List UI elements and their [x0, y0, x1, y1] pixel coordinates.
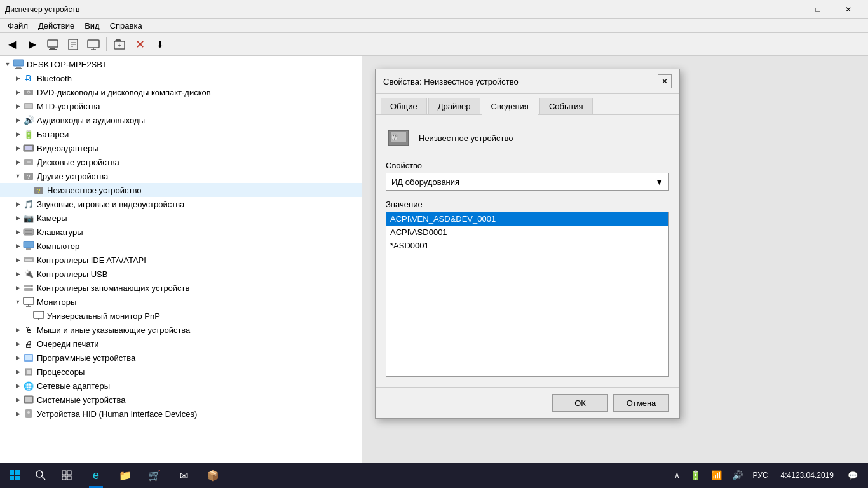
clock-time: 4:41 — [781, 470, 796, 481]
svg-rect-41 — [24, 297, 34, 304]
hid-label: Устройства HID (Human Interface Devices) — [37, 409, 197, 419]
taskbar-app6[interactable]: 📦 — [198, 463, 227, 488]
tab-general[interactable]: Общие — [381, 98, 427, 114]
tree-item-mouse[interactable]: ▶ 🖱 Мыши и иные указывающие устройства — [0, 323, 362, 337]
taskbar-store[interactable]: 🛒 — [140, 463, 169, 488]
ok-button[interactable]: ОК — [552, 394, 608, 412]
add-button[interactable]: + — [110, 36, 129, 53]
tab-events[interactable]: События — [539, 98, 593, 114]
properties-button[interactable] — [64, 36, 83, 53]
svg-point-39 — [31, 285, 32, 287]
bluetooth-label: Bluetooth — [37, 74, 72, 83]
tree-item-sound[interactable]: ▶ 🎵 Звуковые, игровые и видеоустройства — [0, 197, 362, 211]
tree-item-mtd[interactable]: ▶ MTD-устройства — [0, 99, 362, 113]
svg-text:?: ? — [37, 187, 40, 194]
tree-item-dvd[interactable]: ▶ DVD-дисководы и дисководы компакт-диск… — [0, 85, 362, 99]
tray-battery[interactable]: 🔋 — [686, 463, 705, 488]
back-button[interactable]: ◀ — [3, 36, 22, 53]
tree-item-camera[interactable]: ▶ 📷 Камеры — [0, 211, 362, 225]
cpu-icon — [23, 366, 34, 377]
svg-rect-15 — [15, 68, 22, 69]
taskbar-explorer[interactable]: 📁 — [111, 463, 140, 488]
clock[interactable]: 4:41 23.04.2019 — [775, 463, 840, 488]
tray-volume[interactable]: 🔊 — [728, 463, 747, 488]
svg-text:?: ? — [393, 134, 397, 141]
menu-file[interactable]: Файл — [3, 20, 33, 32]
usb-label: Контроллеры USB — [37, 269, 107, 279]
svg-rect-14 — [16, 67, 21, 68]
tab-details[interactable]: Сведения — [482, 98, 538, 115]
svg-rect-36 — [25, 259, 32, 261]
tree-item-pnp-monitor[interactable]: Универсальный монитор PnP — [0, 309, 362, 323]
tree-item-video[interactable]: ▶ Видеоадаптеры — [0, 141, 362, 155]
taskbar-mail[interactable]: ✉ — [169, 463, 198, 488]
tree-item-storage[interactable]: ▶ Контроллеры запоминающих устройств — [0, 281, 362, 295]
svg-point-40 — [31, 289, 32, 290]
storage-icon — [23, 282, 34, 294]
dialog-close-button[interactable]: ✕ — [658, 74, 672, 88]
search-button[interactable] — [29, 463, 52, 488]
tray-language[interactable]: РУС — [749, 463, 772, 488]
audio-icon: 🔊 — [23, 114, 34, 126]
tree-item-battery[interactable]: ▶ 🔋 Батареи — [0, 127, 362, 141]
property-value: ИД оборудования — [391, 177, 459, 187]
tree-item-unknown[interactable]: ? Неизвестное устройство — [0, 183, 362, 197]
menu-action[interactable]: Действие — [33, 20, 79, 32]
tree-item-computer[interactable]: ▶ Компьютер — [0, 239, 362, 253]
menu-view[interactable]: Вид — [79, 20, 105, 32]
system-tray: ∧ 🔋 📶 🔊 РУС 4:41 23.04.2019 💬 — [665, 463, 868, 488]
tree-item-keyboard[interactable]: ▶ Клавиатуры — [0, 225, 362, 239]
value-item-2[interactable]: *ASD0001 — [386, 239, 668, 252]
delete-button[interactable]: ✕ — [130, 36, 149, 53]
start-button[interactable] — [0, 463, 29, 488]
minimize-button[interactable]: — — [773, 0, 802, 19]
forward-button[interactable]: ▶ — [23, 36, 42, 53]
svg-rect-22 — [25, 146, 32, 150]
taskbar: e 📁 🛒 ✉ 📦 ∧ 🔋 📶 🔊 РУС 4:41 23.04.2019 💬 — [0, 463, 868, 488]
tree-item-usb[interactable]: ▶ 🔌 Контроллеры USB — [0, 267, 362, 281]
tree-item-hid[interactable]: ▶ Устройства HID (Human Interface Device… — [0, 407, 362, 421]
maximize-button[interactable]: □ — [803, 0, 832, 19]
property-dropdown[interactable]: ИД оборудования ▼ — [386, 173, 669, 191]
value-item-1[interactable]: ACPI\ASD0001 — [386, 226, 668, 239]
storage-label: Контроллеры запоминающих устройств — [37, 283, 189, 293]
close-button[interactable]: ✕ — [834, 0, 863, 19]
cancel-button[interactable]: Отмена — [613, 394, 669, 412]
svg-rect-58 — [10, 470, 14, 475]
taskbar-edge[interactable]: e — [81, 463, 111, 488]
video-label: Видеоадаптеры — [37, 144, 98, 153]
svg-rect-60 — [10, 476, 14, 480]
value-list: ACPI\VEN_ASD&DEV_0001 ACPI\ASD0001 *ASD0… — [386, 212, 669, 377]
tree-item-software[interactable]: ▶ Программные устройства — [0, 351, 362, 365]
tree-item-audio[interactable]: ▶ 🔊 Аудиовходы и аудиовыходы — [0, 113, 362, 127]
tray-chevron[interactable]: ∧ — [670, 463, 684, 488]
tree-item-monitors[interactable]: ▼ Мониторы — [0, 295, 362, 309]
tree-item-print[interactable]: ▶ 🖨 Очереди печати — [0, 337, 362, 351]
device-tree[interactable]: ▼ DESKTOP-MPE2SBT ▶ Ƀ Bluetooth ▶ DVD-ди… — [0, 56, 362, 463]
computer-button[interactable] — [43, 36, 62, 53]
mouse-icon: 🖱 — [23, 324, 34, 336]
dialog-footer: ОК Отмена — [376, 387, 679, 418]
ide-label: Контроллеры IDE ATA/ATAPI — [37, 255, 146, 265]
value-item-0[interactable]: ACPI\VEN_ASD&DEV_0001 — [386, 212, 668, 226]
tree-item-bluetooth[interactable]: ▶ Ƀ Bluetooth — [0, 71, 362, 85]
notification-button[interactable]: 💬 — [843, 463, 863, 488]
tree-root[interactable]: ▼ DESKTOP-MPE2SBT — [0, 57, 362, 71]
dialog-body: ? Неизвестное устройство Свойство ИД обо… — [376, 115, 679, 387]
tree-item-ide[interactable]: ▶ Контроллеры IDE ATA/ATAPI — [0, 253, 362, 267]
menu-help[interactable]: Справка — [105, 20, 147, 32]
tree-item-network[interactable]: ▶ 🌐 Сетевые адаптеры — [0, 379, 362, 393]
screen-button[interactable] — [84, 36, 103, 53]
device-header: ? Неизвестное устройство — [386, 125, 669, 151]
tree-item-system[interactable]: ▶ Системные устройства — [0, 393, 362, 407]
tray-network[interactable]: 📶 — [707, 463, 726, 488]
tree-item-other[interactable]: ▼ ? Другие устройства — [0, 169, 362, 183]
bluetooth-chevron: ▶ — [13, 73, 23, 83]
tree-item-cpu[interactable]: ▶ Процессоры — [0, 365, 362, 379]
root-chevron: ▼ — [3, 59, 13, 69]
taskbar-task-view[interactable] — [52, 463, 81, 488]
tab-driver[interactable]: Драйвер — [428, 98, 480, 114]
mtd-icon — [23, 100, 34, 112]
update-button[interactable]: ⬇ — [151, 36, 170, 53]
tree-item-disk[interactable]: ▶ Дисковые устройства — [0, 155, 362, 169]
